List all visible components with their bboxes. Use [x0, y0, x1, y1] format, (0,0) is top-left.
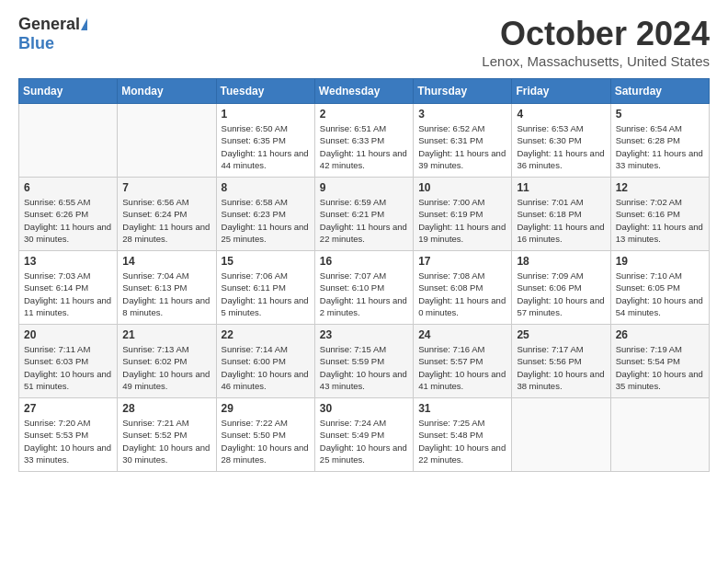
day-number: 6	[24, 181, 112, 194]
day-number: 22	[222, 328, 310, 341]
calendar-cell: 19Sunrise: 7:10 AM Sunset: 6:05 PM Dayli…	[610, 251, 709, 325]
day-info: Sunrise: 7:10 AM Sunset: 6:05 PM Dayligh…	[616, 270, 704, 318]
day-header-monday: Monday	[118, 79, 216, 104]
day-number: 17	[418, 255, 506, 268]
calendar-cell: 6Sunrise: 6:55 AM Sunset: 6:26 PM Daylig…	[19, 178, 118, 251]
calendar-cell: 7Sunrise: 6:56 AM Sunset: 6:24 PM Daylig…	[118, 178, 216, 251]
day-info: Sunrise: 7:00 AM Sunset: 6:19 PM Dayligh…	[418, 196, 506, 245]
day-number: 1	[222, 108, 310, 121]
day-number: 10	[418, 181, 506, 194]
day-info: Sunrise: 6:51 AM Sunset: 6:33 PM Dayligh…	[320, 122, 408, 171]
day-info: Sunrise: 7:22 AM Sunset: 5:50 PM Dayligh…	[222, 417, 310, 465]
calendar-cell: 9Sunrise: 6:59 AM Sunset: 6:21 PM Daylig…	[314, 178, 413, 251]
calendar-cell: 14Sunrise: 7:04 AM Sunset: 6:13 PM Dayli…	[118, 251, 216, 325]
calendar-cell: 29Sunrise: 7:22 AM Sunset: 5:50 PM Dayli…	[216, 398, 314, 472]
day-number: 11	[517, 181, 605, 194]
day-info: Sunrise: 7:02 AM Sunset: 6:16 PM Dayligh…	[616, 196, 704, 245]
calendar-cell: 4Sunrise: 6:53 AM Sunset: 6:30 PM Daylig…	[512, 104, 610, 178]
day-info: Sunrise: 7:01 AM Sunset: 6:18 PM Dayligh…	[517, 196, 605, 245]
calendar-cell: 12Sunrise: 7:02 AM Sunset: 6:16 PM Dayli…	[610, 178, 709, 251]
day-header-thursday: Thursday	[414, 79, 512, 104]
day-number: 23	[320, 328, 408, 341]
logo-icon	[81, 18, 87, 30]
calendar-cell	[512, 398, 610, 472]
day-info: Sunrise: 7:19 AM Sunset: 5:54 PM Dayligh…	[616, 343, 704, 392]
header: General Blue October 2024 Lenox, Massach…	[18, 15, 710, 69]
day-number: 18	[517, 255, 605, 268]
calendar-cell: 13Sunrise: 7:03 AM Sunset: 6:14 PM Dayli…	[19, 251, 118, 325]
day-info: Sunrise: 6:53 AM Sunset: 6:30 PM Dayligh…	[517, 122, 605, 171]
day-number: 9	[320, 181, 408, 194]
day-info: Sunrise: 7:15 AM Sunset: 5:59 PM Dayligh…	[320, 343, 408, 392]
day-header-saturday: Saturday	[610, 79, 709, 104]
calendar-cell: 25Sunrise: 7:17 AM Sunset: 5:56 PM Dayli…	[512, 325, 610, 398]
calendar-cell: 28Sunrise: 7:21 AM Sunset: 5:52 PM Dayli…	[118, 398, 216, 472]
day-info: Sunrise: 7:13 AM Sunset: 6:02 PM Dayligh…	[122, 343, 210, 392]
calendar-cell: 5Sunrise: 6:54 AM Sunset: 6:28 PM Daylig…	[610, 104, 709, 178]
calendar-cell: 17Sunrise: 7:08 AM Sunset: 6:08 PM Dayli…	[414, 251, 512, 325]
day-info: Sunrise: 6:50 AM Sunset: 6:35 PM Dayligh…	[222, 122, 310, 171]
day-info: Sunrise: 7:04 AM Sunset: 6:13 PM Dayligh…	[122, 270, 210, 318]
calendar-table: SundayMondayTuesdayWednesdayThursdayFrid…	[18, 78, 710, 472]
calendar-cell: 22Sunrise: 7:14 AM Sunset: 6:00 PM Dayli…	[216, 325, 314, 398]
day-info: Sunrise: 6:56 AM Sunset: 6:24 PM Dayligh…	[122, 196, 210, 245]
day-number: 19	[616, 255, 704, 268]
day-info: Sunrise: 7:21 AM Sunset: 5:52 PM Dayligh…	[122, 417, 210, 465]
day-info: Sunrise: 7:20 AM Sunset: 5:53 PM Dayligh…	[24, 417, 112, 465]
calendar-cell: 11Sunrise: 7:01 AM Sunset: 6:18 PM Dayli…	[512, 178, 610, 251]
day-number: 21	[122, 328, 210, 341]
calendar-cell: 1Sunrise: 6:50 AM Sunset: 6:35 PM Daylig…	[216, 104, 314, 178]
calendar-cell: 3Sunrise: 6:52 AM Sunset: 6:31 PM Daylig…	[414, 104, 512, 178]
day-info: Sunrise: 7:07 AM Sunset: 6:10 PM Dayligh…	[320, 270, 408, 318]
day-info: Sunrise: 7:11 AM Sunset: 6:03 PM Dayligh…	[24, 343, 112, 392]
calendar-cell: 23Sunrise: 7:15 AM Sunset: 5:59 PM Dayli…	[314, 325, 413, 398]
calendar-cell: 2Sunrise: 6:51 AM Sunset: 6:33 PM Daylig…	[314, 104, 413, 178]
day-header-wednesday: Wednesday	[314, 79, 413, 104]
calendar-cell	[118, 104, 216, 178]
day-header-tuesday: Tuesday	[216, 79, 314, 104]
day-info: Sunrise: 7:24 AM Sunset: 5:49 PM Dayligh…	[320, 417, 408, 465]
calendar-cell: 20Sunrise: 7:11 AM Sunset: 6:03 PM Dayli…	[19, 325, 118, 398]
calendar-cell: 16Sunrise: 7:07 AM Sunset: 6:10 PM Dayli…	[314, 251, 413, 325]
day-info: Sunrise: 6:52 AM Sunset: 6:31 PM Dayligh…	[418, 122, 506, 171]
day-info: Sunrise: 6:58 AM Sunset: 6:23 PM Dayligh…	[222, 196, 310, 245]
day-number: 29	[222, 402, 310, 415]
day-number: 7	[122, 181, 210, 194]
day-header-friday: Friday	[512, 79, 610, 104]
calendar-cell	[19, 104, 118, 178]
day-number: 15	[222, 255, 310, 268]
day-number: 31	[418, 402, 506, 415]
day-number: 20	[24, 328, 112, 341]
title-area: October 2024 Lenox, Massachusetts, Unite…	[482, 15, 710, 69]
day-number: 28	[122, 402, 210, 415]
day-info: Sunrise: 6:55 AM Sunset: 6:26 PM Dayligh…	[24, 196, 112, 245]
calendar-cell: 15Sunrise: 7:06 AM Sunset: 6:11 PM Dayli…	[216, 251, 314, 325]
calendar-cell: 26Sunrise: 7:19 AM Sunset: 5:54 PM Dayli…	[610, 325, 709, 398]
calendar-cell: 18Sunrise: 7:09 AM Sunset: 6:06 PM Dayli…	[512, 251, 610, 325]
day-info: Sunrise: 6:59 AM Sunset: 6:21 PM Dayligh…	[320, 196, 408, 245]
calendar-cell: 8Sunrise: 6:58 AM Sunset: 6:23 PM Daylig…	[216, 178, 314, 251]
day-number: 24	[418, 328, 506, 341]
calendar-cell: 31Sunrise: 7:25 AM Sunset: 5:48 PM Dayli…	[414, 398, 512, 472]
day-number: 8	[222, 181, 310, 194]
day-info: Sunrise: 7:17 AM Sunset: 5:56 PM Dayligh…	[517, 343, 605, 392]
month-title: October 2024	[482, 15, 710, 53]
day-info: Sunrise: 7:03 AM Sunset: 6:14 PM Dayligh…	[24, 270, 112, 318]
location: Lenox, Massachusetts, United States	[482, 53, 710, 69]
calendar-cell: 27Sunrise: 7:20 AM Sunset: 5:53 PM Dayli…	[19, 398, 118, 472]
day-number: 27	[24, 402, 112, 415]
day-number: 2	[320, 108, 408, 121]
logo: General Blue	[18, 15, 89, 53]
logo-general: General	[18, 15, 80, 34]
day-header-sunday: Sunday	[19, 79, 118, 104]
day-number: 3	[418, 108, 506, 121]
day-number: 26	[616, 328, 704, 341]
calendar-cell: 10Sunrise: 7:00 AM Sunset: 6:19 PM Dayli…	[414, 178, 512, 251]
day-number: 30	[320, 402, 408, 415]
calendar-cell: 24Sunrise: 7:16 AM Sunset: 5:57 PM Dayli…	[414, 325, 512, 398]
day-number: 16	[320, 255, 408, 268]
day-number: 12	[616, 181, 704, 194]
calendar-cell: 30Sunrise: 7:24 AM Sunset: 5:49 PM Dayli…	[314, 398, 413, 472]
calendar-cell	[610, 398, 709, 472]
day-number: 4	[517, 108, 605, 121]
